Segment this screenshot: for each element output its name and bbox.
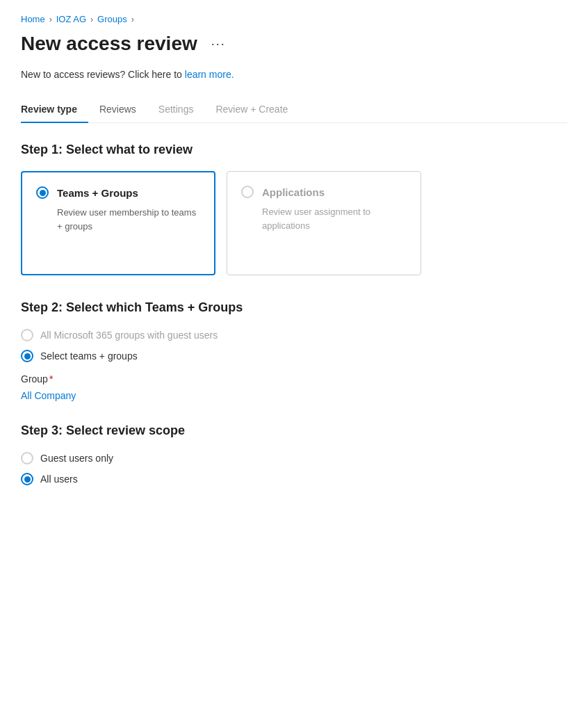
- option-all-365[interactable]: All Microsoft 365 groups with guest user…: [21, 329, 567, 341]
- radio-all-users-inner: [24, 476, 31, 483]
- radio-teams-groups-inner: [40, 190, 46, 196]
- card-applications[interactable]: Applications Review user assignment to a…: [227, 171, 421, 275]
- group-value-link[interactable]: All Company: [21, 390, 76, 401]
- radio-select-teams-inner: [24, 353, 31, 359]
- card-teams-groups-header: Teams + Groups: [36, 186, 200, 199]
- tab-settings[interactable]: Settings: [147, 97, 205, 123]
- radio-select-teams: [21, 350, 33, 362]
- card-teams-groups[interactable]: Teams + Groups Review user membership to…: [21, 171, 215, 275]
- breadcrumb-ioz[interactable]: IOZ AG: [56, 14, 86, 24]
- option-select-teams[interactable]: Select teams + groups: [21, 350, 567, 362]
- breadcrumb-home[interactable]: Home: [21, 14, 45, 24]
- card-applications-desc: Review user assignment to applications: [241, 205, 407, 232]
- card-teams-groups-title: Teams + Groups: [57, 187, 138, 199]
- option-all-users[interactable]: All users: [21, 473, 567, 485]
- tab-review-create[interactable]: Review + Create: [204, 97, 299, 123]
- breadcrumb: Home › IOZ AG › Groups ›: [21, 14, 567, 24]
- step2-section: Step 2: Select which Teams + Groups All …: [21, 300, 567, 401]
- step1-section: Step 1: Select what to review Teams + Gr…: [21, 143, 567, 275]
- radio-all-365: [21, 329, 33, 341]
- step2-title: Step 2: Select which Teams + Groups: [21, 300, 567, 315]
- card-teams-groups-desc: Review user membership to teams + groups: [36, 206, 200, 233]
- group-label-text: Group: [21, 373, 48, 385]
- step3-title: Step 3: Select review scope: [21, 423, 567, 438]
- learn-more-section: New to access reviews? Click here to lea…: [21, 69, 567, 80]
- breadcrumb-sep-3: ›: [131, 15, 134, 24]
- radio-teams-groups: [36, 186, 49, 199]
- step1-title: Step 1: Select what to review: [21, 143, 567, 157]
- learn-more-link[interactable]: learn more.: [185, 69, 234, 80]
- page-title-row: New access review ···: [21, 33, 567, 55]
- option-guest-only[interactable]: Guest users only: [21, 452, 567, 464]
- step3-section: Step 3: Select review scope Guest users …: [21, 423, 567, 485]
- ellipsis-menu-button[interactable]: ···: [206, 34, 231, 54]
- card-applications-title: Applications: [262, 186, 325, 198]
- tab-reviews[interactable]: Reviews: [88, 97, 147, 123]
- group-label: Group*: [21, 373, 567, 385]
- label-all-365: All Microsoft 365 groups with guest user…: [40, 330, 218, 341]
- tab-review-type[interactable]: Review type: [21, 97, 88, 123]
- radio-all-users: [21, 473, 33, 485]
- review-type-cards: Teams + Groups Review user membership to…: [21, 171, 567, 275]
- group-field: Group* All Company: [21, 373, 567, 401]
- page-title: New access review: [21, 33, 197, 55]
- label-select-teams: Select teams + groups: [40, 350, 138, 362]
- radio-guest-only: [21, 452, 33, 464]
- label-all-users: All users: [40, 474, 78, 485]
- breadcrumb-sep-2: ›: [90, 15, 93, 24]
- learn-more-text: New to access reviews? Click here to: [21, 69, 185, 80]
- label-guest-only: Guest users only: [40, 453, 113, 464]
- required-star: *: [49, 373, 53, 385]
- breadcrumb-groups[interactable]: Groups: [97, 14, 127, 24]
- card-applications-header: Applications: [241, 186, 407, 198]
- tabs-navigation: Review type Reviews Settings Review + Cr…: [21, 97, 567, 123]
- radio-applications: [241, 186, 254, 198]
- breadcrumb-sep-1: ›: [49, 15, 52, 24]
